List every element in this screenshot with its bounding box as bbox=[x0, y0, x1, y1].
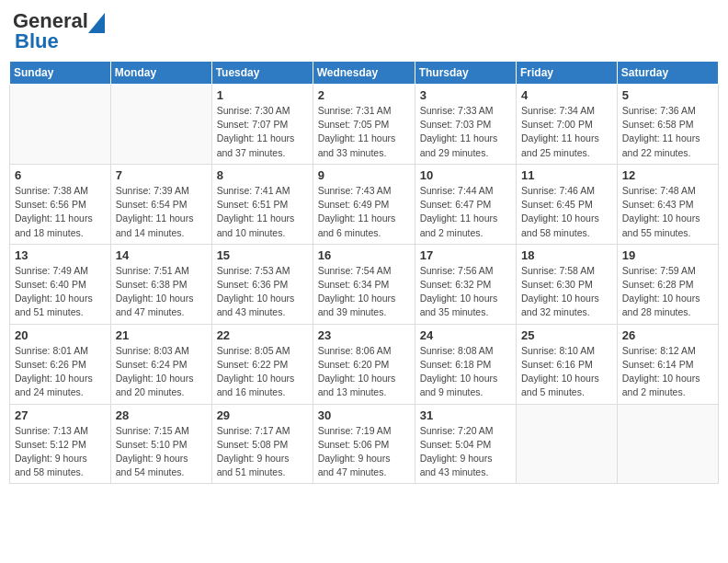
day-number: 10 bbox=[420, 168, 511, 182]
day-info: Sunrise: 8:03 AM Sunset: 6:24 PM Dayligh… bbox=[116, 344, 207, 400]
calendar-cell: 14Sunrise: 7:51 AM Sunset: 6:38 PM Dayli… bbox=[110, 244, 211, 324]
calendar-week-row: 13Sunrise: 7:49 AM Sunset: 6:40 PM Dayli… bbox=[10, 244, 719, 324]
calendar-cell: 10Sunrise: 7:44 AM Sunset: 6:47 PM Dayli… bbox=[415, 164, 516, 244]
page-header: General Blue bbox=[9, 9, 719, 53]
calendar-week-row: 27Sunrise: 7:13 AM Sunset: 5:12 PM Dayli… bbox=[10, 404, 719, 484]
day-info: Sunrise: 7:58 AM Sunset: 6:30 PM Dayligh… bbox=[521, 264, 612, 320]
weekday-header-wednesday: Wednesday bbox=[313, 62, 415, 85]
day-number: 24 bbox=[420, 328, 511, 342]
day-info: Sunrise: 7:44 AM Sunset: 6:47 PM Dayligh… bbox=[420, 184, 511, 240]
calendar-cell: 20Sunrise: 8:01 AM Sunset: 6:26 PM Dayli… bbox=[10, 324, 111, 404]
calendar-cell: 8Sunrise: 7:41 AM Sunset: 6:51 PM Daylig… bbox=[211, 164, 313, 244]
calendar-cell: 5Sunrise: 7:36 AM Sunset: 6:58 PM Daylig… bbox=[617, 85, 718, 165]
calendar-cell: 11Sunrise: 7:46 AM Sunset: 6:45 PM Dayli… bbox=[517, 164, 618, 244]
weekday-header-row: SundayMondayTuesdayWednesdayThursdayFrid… bbox=[10, 62, 719, 85]
day-info: Sunrise: 7:49 AM Sunset: 6:40 PM Dayligh… bbox=[15, 264, 106, 320]
day-info: Sunrise: 7:38 AM Sunset: 6:56 PM Dayligh… bbox=[15, 184, 106, 240]
day-number: 20 bbox=[15, 328, 106, 342]
day-number: 16 bbox=[318, 248, 410, 262]
day-number: 19 bbox=[622, 248, 713, 262]
day-number: 27 bbox=[15, 408, 106, 422]
calendar-cell: 2Sunrise: 7:31 AM Sunset: 7:05 PM Daylig… bbox=[313, 85, 415, 165]
day-number: 15 bbox=[217, 248, 308, 262]
day-number: 3 bbox=[420, 88, 511, 102]
day-number: 7 bbox=[116, 168, 207, 182]
calendar-cell bbox=[10, 85, 111, 165]
day-info: Sunrise: 7:54 AM Sunset: 6:34 PM Dayligh… bbox=[318, 264, 410, 320]
day-number: 21 bbox=[116, 328, 207, 342]
calendar-cell: 23Sunrise: 8:06 AM Sunset: 6:20 PM Dayli… bbox=[313, 324, 415, 404]
day-info: Sunrise: 7:59 AM Sunset: 6:28 PM Dayligh… bbox=[622, 264, 713, 320]
calendar-cell: 31Sunrise: 7:20 AM Sunset: 5:04 PM Dayli… bbox=[415, 404, 516, 484]
day-number: 2 bbox=[318, 88, 410, 102]
calendar-cell bbox=[617, 404, 718, 484]
calendar-cell: 18Sunrise: 7:58 AM Sunset: 6:30 PM Dayli… bbox=[517, 244, 618, 324]
day-number: 26 bbox=[622, 328, 713, 342]
calendar-week-row: 20Sunrise: 8:01 AM Sunset: 6:26 PM Dayli… bbox=[10, 324, 719, 404]
day-info: Sunrise: 7:48 AM Sunset: 6:43 PM Dayligh… bbox=[622, 184, 713, 240]
day-info: Sunrise: 8:06 AM Sunset: 6:20 PM Dayligh… bbox=[318, 344, 410, 400]
logo: General Blue bbox=[13, 9, 105, 53]
day-info: Sunrise: 7:43 AM Sunset: 6:49 PM Dayligh… bbox=[318, 184, 410, 240]
calendar-cell: 12Sunrise: 7:48 AM Sunset: 6:43 PM Dayli… bbox=[617, 164, 718, 244]
day-info: Sunrise: 7:39 AM Sunset: 6:54 PM Dayligh… bbox=[116, 184, 207, 240]
logo-arrow-icon bbox=[88, 13, 105, 33]
calendar-cell: 4Sunrise: 7:34 AM Sunset: 7:00 PM Daylig… bbox=[517, 85, 618, 165]
calendar-cell: 19Sunrise: 7:59 AM Sunset: 6:28 PM Dayli… bbox=[617, 244, 718, 324]
calendar-cell: 27Sunrise: 7:13 AM Sunset: 5:12 PM Dayli… bbox=[10, 404, 111, 484]
day-info: Sunrise: 7:33 AM Sunset: 7:03 PM Dayligh… bbox=[420, 104, 511, 160]
day-info: Sunrise: 8:01 AM Sunset: 6:26 PM Dayligh… bbox=[15, 344, 106, 400]
day-info: Sunrise: 8:10 AM Sunset: 6:16 PM Dayligh… bbox=[521, 344, 612, 400]
day-number: 12 bbox=[622, 168, 713, 182]
day-info: Sunrise: 7:17 AM Sunset: 5:08 PM Dayligh… bbox=[217, 424, 308, 480]
calendar-table: SundayMondayTuesdayWednesdayThursdayFrid… bbox=[9, 61, 719, 484]
day-number: 9 bbox=[318, 168, 410, 182]
day-info: Sunrise: 7:51 AM Sunset: 6:38 PM Dayligh… bbox=[116, 264, 207, 320]
day-number: 28 bbox=[116, 408, 207, 422]
calendar-week-row: 6Sunrise: 7:38 AM Sunset: 6:56 PM Daylig… bbox=[10, 164, 719, 244]
calendar-cell: 17Sunrise: 7:56 AM Sunset: 6:32 PM Dayli… bbox=[415, 244, 516, 324]
day-info: Sunrise: 7:41 AM Sunset: 6:51 PM Dayligh… bbox=[217, 184, 308, 240]
calendar-cell: 30Sunrise: 7:19 AM Sunset: 5:06 PM Dayli… bbox=[313, 404, 415, 484]
day-number: 8 bbox=[217, 168, 308, 182]
day-info: Sunrise: 8:05 AM Sunset: 6:22 PM Dayligh… bbox=[217, 344, 308, 400]
day-number: 6 bbox=[15, 168, 106, 182]
day-number: 22 bbox=[217, 328, 308, 342]
calendar-cell: 24Sunrise: 8:08 AM Sunset: 6:18 PM Dayli… bbox=[415, 324, 516, 404]
calendar-cell: 28Sunrise: 7:15 AM Sunset: 5:10 PM Dayli… bbox=[110, 404, 211, 484]
day-info: Sunrise: 7:46 AM Sunset: 6:45 PM Dayligh… bbox=[521, 184, 612, 240]
weekday-header-saturday: Saturday bbox=[617, 62, 718, 85]
calendar-cell: 25Sunrise: 8:10 AM Sunset: 6:16 PM Dayli… bbox=[517, 324, 618, 404]
day-info: Sunrise: 7:13 AM Sunset: 5:12 PM Dayligh… bbox=[15, 424, 106, 480]
calendar-cell: 1Sunrise: 7:30 AM Sunset: 7:07 PM Daylig… bbox=[211, 85, 313, 165]
day-info: Sunrise: 7:53 AM Sunset: 6:36 PM Dayligh… bbox=[217, 264, 308, 320]
calendar-cell: 6Sunrise: 7:38 AM Sunset: 6:56 PM Daylig… bbox=[10, 164, 111, 244]
day-number: 14 bbox=[116, 248, 207, 262]
day-number: 25 bbox=[521, 328, 612, 342]
calendar-cell bbox=[517, 404, 618, 484]
calendar-cell: 15Sunrise: 7:53 AM Sunset: 6:36 PM Dayli… bbox=[211, 244, 313, 324]
calendar-cell: 29Sunrise: 7:17 AM Sunset: 5:08 PM Dayli… bbox=[211, 404, 313, 484]
weekday-header-friday: Friday bbox=[517, 62, 618, 85]
day-info: Sunrise: 7:15 AM Sunset: 5:10 PM Dayligh… bbox=[116, 424, 207, 480]
day-number: 1 bbox=[217, 88, 308, 102]
calendar-cell: 9Sunrise: 7:43 AM Sunset: 6:49 PM Daylig… bbox=[313, 164, 415, 244]
day-number: 4 bbox=[521, 88, 612, 102]
weekday-header-monday: Monday bbox=[110, 62, 211, 85]
day-info: Sunrise: 7:56 AM Sunset: 6:32 PM Dayligh… bbox=[420, 264, 511, 320]
weekday-header-tuesday: Tuesday bbox=[211, 62, 313, 85]
calendar-cell: 22Sunrise: 8:05 AM Sunset: 6:22 PM Dayli… bbox=[211, 324, 313, 404]
weekday-header-thursday: Thursday bbox=[415, 62, 516, 85]
day-number: 31 bbox=[420, 408, 511, 422]
calendar-cell: 3Sunrise: 7:33 AM Sunset: 7:03 PM Daylig… bbox=[415, 85, 516, 165]
weekday-header-sunday: Sunday bbox=[10, 62, 111, 85]
svg-marker-0 bbox=[88, 13, 105, 33]
day-number: 29 bbox=[217, 408, 308, 422]
day-info: Sunrise: 7:20 AM Sunset: 5:04 PM Dayligh… bbox=[420, 424, 511, 480]
calendar-cell: 26Sunrise: 8:12 AM Sunset: 6:14 PM Dayli… bbox=[617, 324, 718, 404]
calendar-cell: 7Sunrise: 7:39 AM Sunset: 6:54 PM Daylig… bbox=[110, 164, 211, 244]
day-info: Sunrise: 7:19 AM Sunset: 5:06 PM Dayligh… bbox=[318, 424, 410, 480]
day-number: 13 bbox=[15, 248, 106, 262]
logo-blue: Blue bbox=[13, 29, 59, 53]
day-number: 5 bbox=[622, 88, 713, 102]
